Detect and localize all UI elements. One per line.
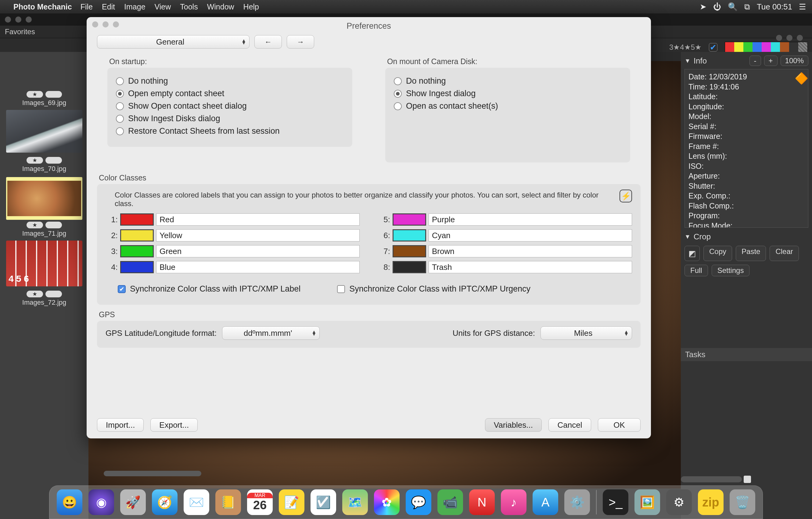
import-button[interactable]: Import... xyxy=(97,418,144,432)
tagged-filter-checkbox[interactable]: ✔ xyxy=(709,43,718,52)
prefs-category-select[interactable]: General▲▼ xyxy=(97,35,250,49)
cc-swatch[interactable] xyxy=(120,213,154,226)
cancel-button[interactable]: Cancel xyxy=(548,418,591,432)
startup-radio[interactable]: Do nothing xyxy=(116,76,344,86)
tasks-panel-header[interactable]: Tasks xyxy=(681,348,812,361)
rating-pill[interactable]: ★ xyxy=(27,91,43,98)
crop-icon[interactable]: ◩ xyxy=(685,246,700,261)
cc-name-input[interactable]: Brown xyxy=(429,245,632,257)
gps-format-select[interactable]: ddºmm.mmm'▲▼ xyxy=(222,326,320,340)
menu-help[interactable]: Help xyxy=(243,2,259,11)
cc-name-input[interactable]: Purple xyxy=(429,213,632,226)
menubar-clock[interactable]: Tue 00:51 xyxy=(757,2,792,11)
color-pill[interactable] xyxy=(46,291,62,297)
dock-safari-icon[interactable]: 🧭 xyxy=(152,489,177,515)
sync-urgency-checkbox[interactable]: Synchronize Color Class with IPTC/XMP Ur… xyxy=(337,284,530,294)
cc-name-input[interactable]: Green xyxy=(156,245,360,257)
menu-icon[interactable]: ☰ xyxy=(799,2,806,11)
rating-pill[interactable]: ★ xyxy=(27,222,43,228)
prefs-prev-button[interactable]: ← xyxy=(254,35,282,49)
dock-calendar-icon[interactable]: MAR26 xyxy=(247,489,273,515)
color-pill[interactable] xyxy=(46,157,62,164)
zoom-in-button[interactable]: + xyxy=(764,56,778,66)
crop-full-button[interactable]: Full xyxy=(685,265,708,276)
dock-zip-icon[interactable]: zip xyxy=(698,489,724,515)
dock-news-icon[interactable]: N xyxy=(469,489,495,515)
dock-music-icon[interactable]: ♪ xyxy=(501,489,526,515)
dock-launchpad-icon[interactable]: 🚀 xyxy=(120,489,146,515)
gps-units-select[interactable]: Miles▲▼ xyxy=(541,326,632,340)
dock-photos-icon[interactable]: ✿ xyxy=(374,489,400,515)
secondary-traffic-lights[interactable] xyxy=(771,32,808,44)
mount-radio[interactable]: Do nothing xyxy=(394,76,622,86)
cc-name-input[interactable]: Blue xyxy=(156,261,360,273)
cc-name-input[interactable]: Red xyxy=(156,213,360,226)
menu-image[interactable]: Image xyxy=(124,2,145,11)
dock-siri-icon[interactable]: ◉ xyxy=(88,489,114,515)
startup-radio[interactable]: Show Open contact sheet dialog xyxy=(116,101,344,111)
cc-swatch[interactable] xyxy=(120,229,154,242)
thumb-item[interactable]: ★ Images_72.jpg xyxy=(6,291,82,306)
app-name[interactable]: Photo Mechanic xyxy=(13,2,72,11)
thumb-item[interactable]: ★ Images_69.jpg xyxy=(6,91,82,153)
cc-name-input[interactable]: Trash xyxy=(429,261,632,273)
dock-notes-icon[interactable]: 📝 xyxy=(279,489,304,515)
cc-swatch[interactable] xyxy=(120,261,154,273)
dock-facetime-icon[interactable]: 📹 xyxy=(437,489,463,515)
color-pill[interactable] xyxy=(46,91,62,98)
menu-file[interactable]: File xyxy=(81,2,93,11)
cc-swatch[interactable] xyxy=(120,245,154,257)
crop-copy-button[interactable]: Copy xyxy=(703,246,732,261)
dock-trash-icon[interactable]: 🗑️ xyxy=(730,489,755,515)
cc-name-input[interactable]: Cyan xyxy=(429,229,632,242)
menu-edit[interactable]: Edit xyxy=(102,2,115,11)
mount-radio[interactable]: Open as contact sheet(s) xyxy=(394,101,622,111)
screen-mirror-icon[interactable]: ⧉ xyxy=(744,2,750,11)
scroll-toggle-button[interactable] xyxy=(744,476,751,483)
dialog-traffic-lights[interactable] xyxy=(92,21,119,27)
startup-radio[interactable]: Restore Contact Sheets from last session xyxy=(116,127,344,136)
crop-settings-button[interactable]: Settings xyxy=(712,265,750,276)
rating-pill[interactable]: ★ xyxy=(27,291,43,297)
dock-terminal-icon[interactable]: >_ xyxy=(603,489,628,515)
dock-finder-icon[interactable]: 😀 xyxy=(57,489,82,515)
export-button[interactable]: Export... xyxy=(150,418,198,432)
horizontal-scrollbar[interactable] xyxy=(104,471,201,476)
dock-maps-icon[interactable]: 🗺️ xyxy=(342,489,368,515)
preview-scrollbar[interactable] xyxy=(681,476,742,482)
disclosure-icon[interactable]: ▼ xyxy=(685,57,691,64)
ok-button[interactable]: OK xyxy=(598,418,641,432)
cc-name-input[interactable]: Yellow xyxy=(156,229,360,242)
cc-swatch[interactable] xyxy=(393,245,426,257)
thumb-item-selected[interactable]: ★ Images_71.jpg 4 5 6 xyxy=(6,177,82,286)
dock-appstore-icon[interactable]: A xyxy=(532,489,558,515)
dock-mail-icon[interactable]: ✉️ xyxy=(184,489,209,515)
dock-messages-icon[interactable]: 💬 xyxy=(406,489,431,515)
cc-swatch[interactable] xyxy=(393,261,426,273)
rating-pill[interactable]: ★ xyxy=(27,157,43,164)
menu-view[interactable]: View xyxy=(155,2,171,11)
thumb-item[interactable]: ★ Images_70.jpg xyxy=(6,157,82,173)
crop-paste-button[interactable]: Paste xyxy=(736,246,766,261)
menu-window[interactable]: Window xyxy=(207,2,234,11)
sync-label-checkbox[interactable]: ✔Synchronize Color Class with IPTC/XMP L… xyxy=(118,284,300,294)
dock-contacts-icon[interactable]: 📒 xyxy=(215,489,241,515)
zoom-out-button[interactable]: - xyxy=(750,56,761,66)
startup-radio[interactable]: Open empty contact sheet xyxy=(116,89,344,98)
dock-sysprefs-icon[interactable]: ⚙️ xyxy=(564,489,590,515)
cursor-icon[interactable]: ➤ xyxy=(700,2,706,11)
dock-pm-icon[interactable]: ⚙ xyxy=(666,489,692,515)
disclosure-icon[interactable]: ▼ xyxy=(685,233,691,240)
dock-reminders-icon[interactable]: ☑️ xyxy=(311,489,336,515)
cc-swatch[interactable] xyxy=(393,229,426,242)
color-classes-action-icon[interactable]: ⚡ xyxy=(619,190,632,202)
prefs-next-button[interactable]: → xyxy=(287,35,314,49)
mount-radio[interactable]: Show Ingest dialog xyxy=(394,89,622,98)
startup-radio[interactable]: Show Ingest Disks dialog xyxy=(116,114,344,124)
crop-clear-button[interactable]: Clear xyxy=(770,246,799,261)
cc-swatch[interactable] xyxy=(393,213,426,226)
ratings-filter[interactable]: 3★4★5★ xyxy=(669,43,702,52)
variables-button[interactable]: Variables... xyxy=(485,418,542,432)
menu-tools[interactable]: Tools xyxy=(180,2,198,11)
spotlight-icon[interactable]: 🔍 xyxy=(728,2,737,11)
